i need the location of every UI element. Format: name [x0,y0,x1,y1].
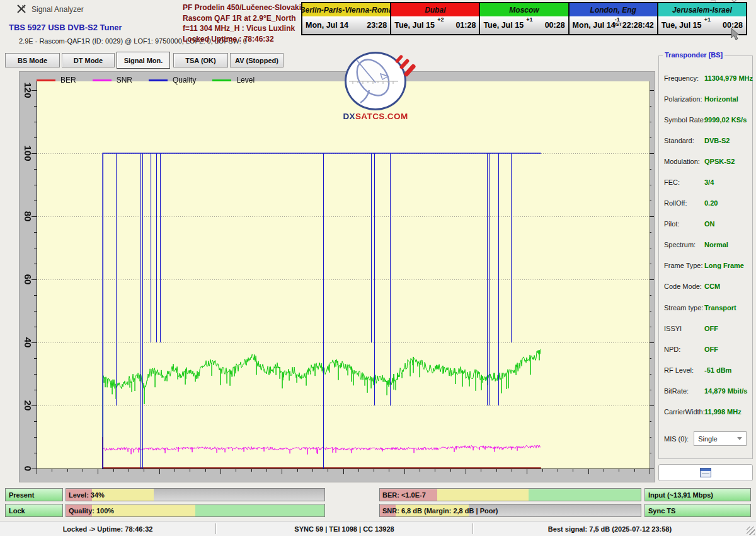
legend-line-swatch [212,79,231,81]
clock-utc-offset: +1 [704,17,711,22]
clock-cell: Berlin-Paris-Vienna-Roma Mon, Jul 14 23:… [302,3,390,34]
legend-line-swatch [149,79,168,81]
quality-progressbar: Quality: 100% [66,504,325,517]
transponder-row-label: Modulation: [664,158,704,165]
clock-utc-offset: +1 [526,17,532,22]
clock-date: Tue, Jul 15 [394,21,435,30]
clock-cell: Moscow Tue, Jul 15 +1 00:28 [480,3,568,34]
transponder-row-value: OFF [704,325,718,332]
clock-utc-offset: -1 DST [613,17,622,27]
transponder-row-value: Horizontal [704,95,738,103]
status-best-signal: Best signal: 7,5 dB (2025-07-12 23:58) [473,521,747,536]
clock-city: Dubai [391,3,479,16]
transponder-groupbox: Transponder [BS] Frequency: 11304,979 MH… [658,55,753,459]
transponder-row: FEC: 3/4 [664,172,751,192]
transponder-row-value: Long Frame [704,262,744,269]
clock-city: London, Eng [570,3,657,16]
clock-body: Mon, Jul 14 -1 DST 22:28:42 [570,16,657,34]
transponder-row-value: DVB-S2 [704,137,730,144]
chevron-down-icon [737,437,742,440]
transponder-row: Modulation: QPSK-S2 [664,151,751,172]
transponder-row-label: CarrierWidth: [664,408,704,416]
progress-segment [195,504,324,516]
transponder-row-label: RF Level: [664,366,704,374]
mode-tab[interactable]: Signal Mon. [117,52,170,69]
clock-time: 00:28 [545,21,565,30]
resize-grip[interactable] [747,527,755,535]
legend-label: Level [236,76,255,84]
transponder-row-label: Symbol Rate: [664,116,704,124]
transponder-row-value: 9999,02 KS/s [704,116,747,124]
mis-label: MIS (0): [664,435,689,443]
feed-info-block: PF Prodelin 450/Lučenec-Slovakia Rascom … [183,3,306,44]
legend-label: Quality [173,76,196,84]
feed-info-line: Locked Uptime : 78:46:32 [183,34,306,45]
transponder-title: Transponder [BS] [663,51,724,59]
level-progressbar-label: Level: 34% [69,489,105,501]
mode-tab[interactable]: TSA (OK) [173,53,228,67]
transponder-row-label: RollOff: [664,199,704,207]
ber-progressbar-label: BER: <1.0E-7 [382,489,426,501]
legend-label: BER [60,76,76,84]
transponder-row-value: QPSK-S2 [704,158,735,165]
input-bitrate-indicator: Input (~13,91 Mbps) [644,488,751,501]
signal-chart-panel: BER SNR Quality Level [19,71,655,482]
logo-text: DXSATCS.COM [340,112,411,121]
snr-progressbar-label: SNR: 6,8 dB (Margin: 2,8 dB | Poor) [382,504,498,516]
legend-line-swatch [37,79,55,81]
clock-date: Mon, Jul 14 [306,21,348,30]
transponder-row-value: 14,879 Mbit/s [704,387,747,395]
transponder-row-label: NPD: [664,346,704,353]
world-clocks-widget: Berlin-Paris-Vienna-Roma Mon, Jul 14 23:… [301,2,747,35]
transponder-row: Spectrum: Normal [664,235,751,255]
clock-date: Tue, Jul 15 [483,21,524,30]
clock-cell: Dubai Tue, Jul 15 +2 01:28 [391,3,479,34]
transponder-row-value: Normal [704,241,728,248]
transponder-row-value: -51 dBm [704,366,731,374]
snr-progressbar: SNR: 6,8 dB (Margin: 2,8 dB | Poor) [379,504,641,517]
mode-tab[interactable]: AV (Stopped) [230,53,284,67]
level-progressbar-track [66,489,324,501]
clock-time: 01:28 [455,21,476,30]
mode-tab[interactable]: DT Mode [62,53,115,67]
status-sync-tei-cc: SYNC 59 | TEI 1098 | CC 13928 [216,521,472,536]
transponder-row: Frame Type: Long Frame [664,255,751,276]
transponder-row-value: CCM [704,283,720,290]
feed-info-line: f=11 304 MHz_H : Vicus Luxlink [183,23,306,34]
transponder-row: Code Mode: CCM [664,276,751,297]
clock-time: 22:28:42 [622,21,654,30]
clock-city: Jerusalem-Israel [658,3,746,16]
transponder-row-label: Polarization: [664,95,704,103]
status-locked-uptime: Locked -> Uptime: 78:46:32 [0,521,215,536]
transponder-row: Pilot: ON [664,214,751,235]
transponder-row: CarrierWidth: 11,998 MHz [664,402,751,422]
clock-date: Mon, Jul 14 [573,21,616,30]
panel-window-button[interactable] [658,464,753,481]
mis-selected-value: Single [698,435,718,443]
clock-city: Berlin-Paris-Vienna-Roma [302,3,390,16]
legend-item: Level [212,76,255,84]
mis-row: MIS (0): Single [664,431,751,446]
transponder-row-label: Pilot: [664,220,704,228]
tuner-name: TBS 5927 USB DVB-S2 Tuner [9,23,122,32]
feed-info-line: PF Prodelin 450/Lučenec-Slovakia [183,3,306,13]
legend-item: BER [37,76,76,84]
transponder-row-label: BitRate: [664,387,704,395]
transponder-row: BitRate: 14,879 Mbit/s [664,380,751,401]
transponder-row: Polarization: Horizontal [664,88,751,109]
transponder-row-label: Frame Type: [664,262,704,269]
mode-tab[interactable]: BS Mode [5,53,60,67]
transponder-row-value: 3/4 [704,178,714,186]
legend-line-swatch [93,79,112,81]
legend-label: SNR [117,76,132,84]
quality-progressbar-label: Quality: 100% [69,504,114,516]
window-icon [700,468,711,477]
signal-analyzer-window: Signal Analyzer □ ✕ TBS 5927 USB DVB-S2 … [0,0,756,536]
sync-ts-indicator: Sync TS [644,504,751,517]
lock-indicator: Lock [5,504,63,517]
mis-select[interactable]: Single [694,431,747,446]
legend-item: Quality [149,76,196,84]
level-progressbar: Level: 34% [66,488,325,501]
ber-progressbar: BER: <1.0E-7 [379,488,641,501]
transponder-row-label: FEC: [664,178,704,186]
